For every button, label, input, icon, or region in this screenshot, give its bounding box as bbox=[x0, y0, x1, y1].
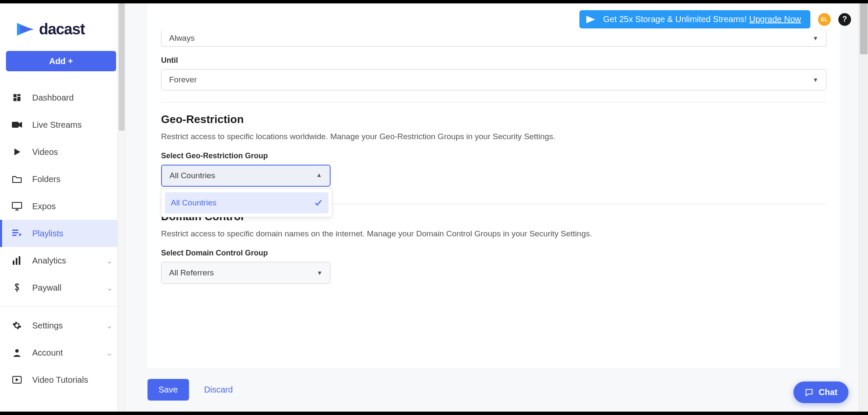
chat-button[interactable]: Chat bbox=[793, 381, 849, 403]
add-button[interactable]: Add + bbox=[6, 51, 116, 71]
sidebar-item-paywall[interactable]: Paywall ⌄ bbox=[0, 274, 125, 301]
topbar: Get 25x Storage & Unlimited Streams! Upg… bbox=[572, 3, 859, 35]
svg-rect-12 bbox=[16, 258, 17, 265]
gear-icon bbox=[12, 320, 22, 331]
save-button[interactable]: Save bbox=[147, 379, 189, 401]
chat-label: Chat bbox=[819, 387, 837, 397]
select-value: All Countries bbox=[170, 171, 215, 180]
sidebar-item-label: Video Tutorials bbox=[32, 375, 88, 385]
help-icon[interactable]: ? bbox=[838, 13, 851, 26]
chevron-down-icon: ⌄ bbox=[106, 283, 113, 293]
dacast-logo-icon bbox=[15, 21, 36, 37]
chevron-down-icon: ⌄ bbox=[106, 348, 113, 358]
person-icon bbox=[12, 348, 22, 358]
folder-icon bbox=[12, 174, 22, 184]
svg-rect-11 bbox=[13, 261, 14, 265]
monitor-icon bbox=[12, 201, 22, 211]
sidebar-item-label: Dashboard bbox=[32, 93, 74, 103]
chat-icon bbox=[804, 388, 814, 397]
svg-rect-10 bbox=[12, 235, 17, 236]
sidebar-item-label: Videos bbox=[32, 147, 58, 157]
domain-control-desc: Restrict access to specific domain names… bbox=[161, 229, 826, 238]
domain-group-label: Select Domain Control Group bbox=[161, 249, 826, 258]
sidebar-item-folders[interactable]: Folders bbox=[0, 165, 125, 193]
sidebar-item-expos[interactable]: Expos bbox=[0, 193, 125, 220]
sidebar-item-label: Playlists bbox=[32, 229, 63, 238]
play-icon bbox=[12, 147, 22, 157]
brand-name: dacast bbox=[39, 20, 85, 38]
sidebar-item-account[interactable]: Account ⌄ bbox=[0, 339, 125, 366]
video-tutorial-icon bbox=[12, 375, 22, 385]
chevron-down-icon: ⌄ bbox=[106, 320, 113, 331]
select-value: Forever bbox=[169, 75, 197, 84]
sidebar-scrollbar[interactable] bbox=[117, 3, 125, 412]
geo-restriction-title: Geo-Restriction bbox=[161, 113, 826, 126]
action-bar: Save Discard bbox=[147, 368, 840, 412]
dashboard-icon bbox=[12, 93, 22, 103]
geo-option-all-countries[interactable]: All Countries bbox=[165, 192, 328, 213]
geo-group-dropdown: All Countries bbox=[161, 188, 332, 217]
svg-rect-4 bbox=[12, 122, 19, 128]
geo-restriction-desc: Restrict access to specific locations wo… bbox=[161, 132, 826, 141]
camera-icon bbox=[12, 120, 22, 130]
svg-rect-3 bbox=[14, 98, 17, 101]
sidebar-item-label: Account bbox=[32, 348, 63, 358]
svg-rect-13 bbox=[19, 256, 20, 265]
sidebar-item-analytics[interactable]: Analytics ⌄ bbox=[0, 247, 125, 274]
sidebar-item-label: Settings bbox=[32, 321, 63, 331]
content-panel: Always ▼ Until Forever ▼ Geo-Restriction… bbox=[147, 3, 840, 412]
check-icon bbox=[314, 199, 323, 207]
chevron-up-icon: ▼ bbox=[316, 172, 322, 179]
upgrade-link[interactable]: Upgrade Now bbox=[749, 14, 801, 24]
sidebar-item-settings[interactable]: Settings ⌄ bbox=[0, 312, 125, 339]
geo-group-label: Select Geo-Restriction Group bbox=[161, 151, 826, 160]
promo-text: Get 25x Storage & Unlimited Streams! Upg… bbox=[603, 14, 801, 24]
analytics-icon bbox=[12, 255, 22, 266]
chevron-down-icon: ⌄ bbox=[106, 255, 113, 266]
brand-logo[interactable]: dacast bbox=[0, 3, 125, 51]
option-label: All Countries bbox=[171, 198, 217, 208]
sidebar-item-videos[interactable]: Videos bbox=[0, 138, 125, 165]
sidebar-item-label: Analytics bbox=[32, 256, 66, 266]
main-content: Always ▼ Until Forever ▼ Geo-Restriction… bbox=[125, 3, 868, 412]
dollar-icon bbox=[12, 283, 22, 293]
sidebar-item-label: Live Streams bbox=[32, 120, 82, 130]
svg-rect-8 bbox=[12, 230, 18, 231]
svg-point-14 bbox=[15, 349, 19, 353]
sidebar-item-live-streams[interactable]: Live Streams bbox=[0, 111, 125, 138]
chevron-down-icon: ▼ bbox=[317, 269, 323, 276]
domain-group-select[interactable]: All Referrers ▼ bbox=[161, 262, 331, 284]
scrollbar-thumb[interactable] bbox=[119, 3, 125, 131]
svg-rect-0 bbox=[14, 94, 17, 97]
sidebar-item-playlists[interactable]: Playlists bbox=[0, 220, 125, 247]
chevron-down-icon: ▼ bbox=[812, 76, 818, 83]
dacast-logo-icon bbox=[585, 15, 597, 24]
discard-button[interactable]: Discard bbox=[204, 385, 233, 395]
svg-rect-2 bbox=[17, 97, 20, 101]
upgrade-promo[interactable]: Get 25x Storage & Unlimited Streams! Upg… bbox=[579, 10, 810, 28]
nav-divider bbox=[0, 306, 125, 307]
svg-rect-9 bbox=[12, 232, 18, 233]
until-label: Until bbox=[161, 56, 826, 65]
divider bbox=[161, 102, 826, 103]
select-value: Always bbox=[169, 34, 195, 43]
select-value: All Referrers bbox=[169, 268, 214, 278]
playlist-icon bbox=[12, 228, 22, 238]
scrollbar-thumb[interactable] bbox=[860, 3, 868, 54]
svg-rect-1 bbox=[17, 94, 20, 96]
until-select[interactable]: Forever ▼ bbox=[161, 69, 826, 90]
geo-group-select[interactable]: All Countries ▼ All Countries bbox=[161, 165, 331, 187]
sidebar: dacast Add + Dashboard Live Streams Vi bbox=[0, 3, 125, 412]
sidebar-item-dashboard[interactable]: Dashboard bbox=[0, 84, 125, 111]
page-scrollbar[interactable] bbox=[859, 3, 868, 412]
sidebar-item-label: Folders bbox=[32, 174, 61, 184]
chevron-down-icon: ▼ bbox=[812, 35, 818, 42]
sidebar-item-label: Paywall bbox=[32, 283, 61, 293]
sidebar-item-video-tutorials[interactable]: Video Tutorials bbox=[0, 366, 125, 393]
sidebar-item-label: Expos bbox=[32, 202, 56, 211]
avatar[interactable]: EL bbox=[818, 13, 831, 26]
svg-rect-5 bbox=[12, 202, 22, 208]
